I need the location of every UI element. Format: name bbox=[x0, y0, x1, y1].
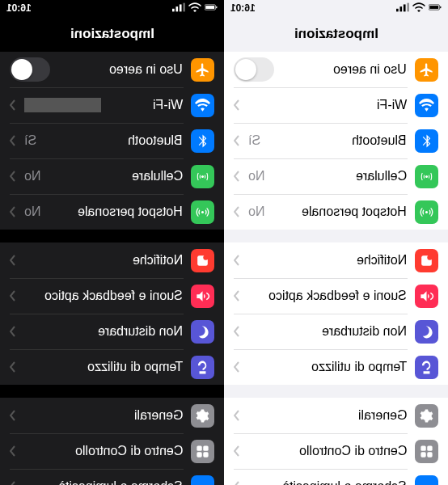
row-control-center[interactable]: Centro di Controllo bbox=[224, 433, 448, 469]
chevron-icon bbox=[10, 481, 16, 485]
chevron-icon bbox=[10, 361, 16, 373]
bluetooth-value: Sì bbox=[248, 133, 260, 148]
status-bar: 16:01 bbox=[0, 0, 224, 16]
svg-point-28 bbox=[427, 255, 432, 259]
svg-rect-12 bbox=[203, 452, 208, 457]
svg-rect-11 bbox=[197, 452, 201, 457]
row-screentime[interactable]: Tempo di utilizzo bbox=[0, 349, 224, 385]
cellular-label: Cellulare bbox=[49, 169, 183, 183]
bluetooth-value: Sì bbox=[24, 133, 36, 148]
row-general[interactable]: Generali bbox=[0, 398, 224, 433]
page-title: Impostazioni bbox=[224, 16, 448, 52]
settings-list[interactable]: Uso in aereo Wi-Fi Bluetooth Sì bbox=[0, 52, 224, 485]
display-icon: AA bbox=[191, 475, 214, 486]
wifi-label: Wi-Fi bbox=[248, 98, 407, 112]
svg-rect-4 bbox=[175, 6, 178, 11]
notifications-icon bbox=[415, 249, 438, 272]
airplane-toggle[interactable] bbox=[234, 57, 274, 82]
chevron-icon bbox=[234, 361, 240, 373]
svg-rect-3 bbox=[172, 8, 175, 11]
chevron-icon bbox=[10, 326, 16, 337]
hotspot-icon bbox=[191, 200, 214, 224]
general-label: Generali bbox=[24, 408, 183, 423]
bluetooth-icon bbox=[191, 129, 214, 153]
dnd-icon bbox=[415, 320, 438, 344]
general-icon bbox=[415, 404, 438, 428]
screentime-icon bbox=[191, 356, 214, 379]
notifications-label: Notifiche bbox=[24, 253, 183, 268]
chevron-icon bbox=[10, 445, 16, 457]
svg-rect-30 bbox=[427, 445, 432, 450]
row-cellular[interactable]: Cellulare No bbox=[0, 158, 224, 194]
chevron-icon bbox=[234, 481, 240, 485]
chevron-icon bbox=[10, 171, 16, 182]
chevron-icon bbox=[234, 206, 240, 217]
battery-icon bbox=[205, 2, 218, 15]
status-time: 16:01 bbox=[230, 2, 256, 14]
cellular-icon bbox=[415, 165, 438, 188]
row-airplane-mode[interactable]: Uso in aereo bbox=[224, 52, 448, 87]
dnd-icon bbox=[191, 320, 214, 344]
cellular-icon bbox=[191, 165, 214, 188]
general-label: Generali bbox=[248, 408, 407, 423]
row-dnd[interactable]: Non disturbare bbox=[224, 314, 448, 349]
svg-rect-21 bbox=[429, 6, 438, 9]
row-airplane-mode[interactable]: Uso in aereo bbox=[0, 52, 224, 87]
chevron-icon bbox=[234, 135, 240, 146]
display-label: Schermo e luminosità bbox=[24, 479, 183, 485]
row-wifi[interactable]: Wi-Fi bbox=[224, 87, 448, 123]
svg-rect-9 bbox=[197, 445, 201, 450]
display-icon: AA bbox=[415, 475, 438, 486]
row-display[interactable]: AA Schermo e luminosità bbox=[0, 469, 224, 485]
row-general[interactable]: Generali bbox=[224, 398, 448, 433]
hotspot-icon bbox=[415, 200, 438, 224]
airplane-icon bbox=[191, 58, 214, 82]
display-label: Schermo e luminosità bbox=[248, 479, 407, 485]
row-hotspot[interactable]: Hotspot personale No bbox=[224, 194, 448, 230]
row-bluetooth[interactable]: Bluetooth Sì bbox=[224, 123, 448, 158]
bluetooth-label: Bluetooth bbox=[268, 133, 407, 148]
row-screentime[interactable]: Tempo di utilizzo bbox=[224, 349, 448, 385]
bluetooth-label: Bluetooth bbox=[44, 133, 183, 148]
chevron-icon bbox=[234, 410, 240, 421]
sounds-label: Suoni e feedback aptico bbox=[24, 289, 183, 303]
row-control-center[interactable]: Centro di Controllo bbox=[0, 433, 224, 469]
svg-rect-10 bbox=[203, 445, 208, 450]
svg-rect-6 bbox=[183, 2, 185, 11]
row-hotspot[interactable]: Hotspot personale No bbox=[0, 194, 224, 230]
row-dnd[interactable]: Non disturbare bbox=[0, 314, 224, 349]
sounds-icon bbox=[191, 285, 214, 308]
hotspot-label: Hotspot personale bbox=[273, 205, 407, 219]
control-center-icon bbox=[191, 440, 214, 463]
svg-rect-29 bbox=[421, 445, 425, 450]
row-sounds[interactable]: Suoni e feedback aptico bbox=[224, 278, 448, 314]
svg-rect-5 bbox=[180, 4, 182, 11]
row-bluetooth[interactable]: Bluetooth Sì bbox=[0, 123, 224, 158]
bluetooth-icon bbox=[415, 129, 438, 153]
settings-group-alerts: Notifiche Suoni e feedback aptico Non di… bbox=[224, 242, 448, 385]
svg-rect-1 bbox=[205, 6, 214, 9]
airplane-label: Uso in aereo bbox=[282, 62, 407, 77]
svg-rect-26 bbox=[407, 2, 409, 11]
notifications-icon bbox=[191, 249, 214, 272]
chevron-icon bbox=[234, 99, 240, 111]
settings-group-alerts: Notifiche Suoni e feedback aptico Non di… bbox=[0, 242, 224, 385]
row-notifications[interactable]: Notifiche bbox=[224, 242, 448, 278]
row-notifications[interactable]: Notifiche bbox=[0, 242, 224, 278]
row-sounds[interactable]: Suoni e feedback aptico bbox=[0, 278, 224, 314]
settings-group-device: Generali Centro di Controllo AA Schermo … bbox=[224, 398, 448, 485]
row-cellular[interactable]: Cellulare No bbox=[224, 158, 448, 194]
dnd-label: Non disturbare bbox=[24, 324, 183, 339]
chevron-icon bbox=[10, 206, 16, 217]
battery-icon bbox=[429, 2, 442, 15]
airplane-toggle[interactable] bbox=[10, 57, 50, 82]
row-wifi[interactable]: Wi-Fi bbox=[0, 87, 224, 123]
wifi-value-redacted bbox=[24, 98, 101, 112]
row-display[interactable]: AA Schermo e luminosità bbox=[224, 469, 448, 485]
hotspot-label: Hotspot personale bbox=[49, 205, 183, 219]
settings-list[interactable]: Uso in aereo Wi-Fi Bluetooth Sì bbox=[224, 52, 448, 485]
signal-icon bbox=[396, 2, 409, 15]
svg-text:AA: AA bbox=[197, 482, 209, 485]
chevron-icon bbox=[234, 171, 240, 182]
cellular-label: Cellulare bbox=[273, 169, 407, 183]
